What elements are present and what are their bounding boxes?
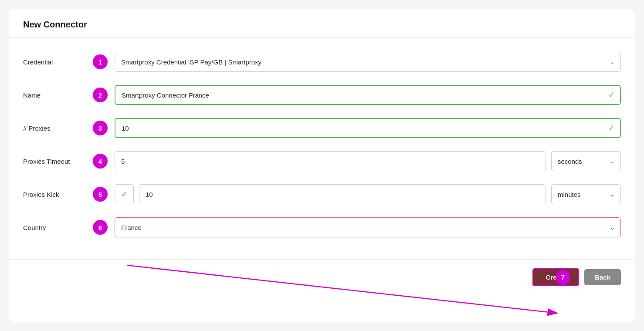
country-label: Country bbox=[23, 224, 93, 231]
step-badge-6: 6 bbox=[93, 220, 108, 235]
check-icon-proxies: ✓ bbox=[608, 123, 615, 133]
proxies-field-wrapper: ✓ bbox=[115, 118, 621, 138]
check-icon-name: ✓ bbox=[608, 90, 615, 100]
proxies-input[interactable] bbox=[115, 118, 621, 138]
name-label: Name bbox=[23, 91, 93, 99]
kick-checkbox[interactable]: ✓ bbox=[115, 184, 134, 204]
page-container: New Connector Credential 1 Smartproxy Cr… bbox=[9, 9, 635, 322]
kick-wrapper: ✓ seconds minutes hours ⌄ bbox=[115, 184, 621, 204]
form-area: Credential 1 Smartproxy Credential ISP P… bbox=[9, 38, 635, 259]
kick-check-icon: ✓ bbox=[121, 189, 128, 199]
step-badge-5: 5 bbox=[93, 187, 108, 202]
page-title: New Connector bbox=[23, 20, 621, 30]
proxies-timeout-row: Proxies Timeout 4 seconds minutes hours … bbox=[23, 151, 621, 171]
timeout-unit-select[interactable]: seconds minutes hours bbox=[551, 151, 621, 171]
step-badge-1: 1 bbox=[93, 54, 108, 69]
country-field-wrapper: France United States Germany United King… bbox=[115, 217, 621, 237]
proxies-label: # Proxies bbox=[23, 125, 93, 132]
step-badge-4: 4 bbox=[93, 154, 108, 169]
proxies-kick-label: Proxies Kick bbox=[23, 191, 93, 198]
credential-row: Credential 1 Smartproxy Credential ISP P… bbox=[23, 52, 621, 72]
kick-input[interactable] bbox=[139, 184, 546, 204]
timeout-wrapper: seconds minutes hours ⌄ bbox=[115, 151, 621, 171]
kick-unit-select[interactable]: seconds minutes hours bbox=[551, 184, 621, 204]
step-badge-2: 2 bbox=[93, 88, 108, 102]
proxies-row: # Proxies 3 ✓ bbox=[23, 118, 621, 138]
proxies-kick-row: Proxies Kick 5 ✓ seconds minutes hours ⌄ bbox=[23, 184, 621, 204]
credential-label: Credential bbox=[23, 58, 93, 66]
step-badge-3: 3 bbox=[93, 121, 108, 135]
credential-field-wrapper: Smartproxy Credential ISP Pay/GB | Smart… bbox=[115, 52, 621, 72]
timeout-input[interactable] bbox=[115, 151, 546, 171]
timeout-unit-wrapper: seconds minutes hours ⌄ bbox=[551, 151, 621, 171]
proxies-timeout-label: Proxies Timeout bbox=[23, 158, 93, 165]
country-select[interactable]: France United States Germany United King… bbox=[115, 217, 621, 237]
country-row: Country 6 France United States Germany U… bbox=[23, 217, 621, 237]
kick-unit-wrapper: seconds minutes hours ⌄ bbox=[551, 184, 621, 204]
step-badge-7: 7 bbox=[556, 270, 570, 285]
page-footer: 7 Create Back bbox=[9, 259, 635, 295]
page-header: New Connector bbox=[9, 9, 635, 38]
name-row: Name 2 ✓ bbox=[23, 85, 621, 105]
credential-select[interactable]: Smartproxy Credential ISP Pay/GB | Smart… bbox=[115, 52, 621, 72]
name-input[interactable] bbox=[115, 85, 621, 105]
name-field-wrapper: ✓ bbox=[115, 85, 621, 105]
back-button[interactable]: Back bbox=[584, 269, 621, 285]
